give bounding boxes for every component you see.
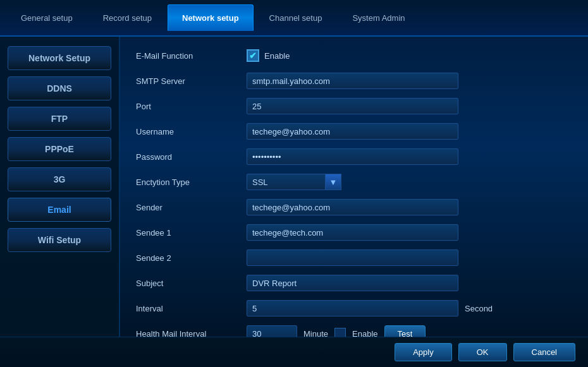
subject-input[interactable]	[247, 275, 458, 291]
sidebar-item-wifi-setup[interactable]: Wifi Setup	[8, 228, 111, 252]
encryption-label: Enctytion Type	[136, 177, 247, 187]
sendee1-input[interactable]	[247, 224, 458, 241]
sidebar-item-pppoe[interactable]: PPPoE	[8, 137, 111, 161]
sidebar-item-3g[interactable]: 3G	[8, 167, 111, 191]
enable-checkbox-area[interactable]: ✔ Enable	[247, 49, 290, 62]
tab-network-setup[interactable]: Network setup	[168, 4, 254, 31]
password-row: Password	[136, 147, 572, 166]
password-input[interactable]	[247, 148, 458, 165]
port-input[interactable]	[247, 98, 458, 114]
sender-input[interactable]	[247, 199, 458, 215]
interval-input[interactable]	[247, 300, 458, 316]
bottom-bar: Apply OK Cancel	[0, 337, 588, 367]
sender-label: Sender	[136, 203, 247, 212]
interval-value-area: Second	[247, 300, 493, 316]
tab-channel-setup[interactable]: Channel setup	[255, 4, 337, 31]
interval-label: Interval	[136, 304, 247, 313]
username-label: Username	[136, 127, 247, 136]
apply-button[interactable]: Apply	[395, 343, 452, 361]
email-function-label: E-Mail Function	[136, 51, 247, 61]
interval-unit-label: Second	[465, 304, 493, 313]
smtp-row: SMTP Server	[136, 71, 572, 90]
smtp-input[interactable]	[247, 73, 458, 89]
password-label: Password	[136, 152, 247, 162]
tab-system-admin[interactable]: System Admin	[338, 4, 419, 31]
encryption-dropdown-wrap: SSL TLS None ▼	[247, 174, 341, 190]
encryption-row: Enctytion Type SSL TLS None ▼	[136, 172, 572, 191]
sendee2-row: Sendee 2	[136, 248, 572, 267]
sendee2-input[interactable]	[247, 250, 458, 266]
sidebar-item-email[interactable]: Email	[8, 198, 111, 222]
sidebar-item-ftp[interactable]: FTP	[8, 107, 111, 131]
username-row: Username	[136, 122, 572, 141]
port-label: Port	[136, 102, 247, 111]
ok-button[interactable]: OK	[458, 343, 507, 361]
sidebar-item-ddns[interactable]: DDNS	[8, 76, 111, 100]
subject-row: Subject	[136, 274, 572, 292]
enable-label: Enable	[264, 51, 290, 61]
sendee1-row: Sendee 1	[136, 223, 572, 242]
port-row: Port	[136, 97, 572, 116]
username-input[interactable]	[247, 123, 458, 140]
encryption-select[interactable]: SSL TLS None	[247, 174, 341, 190]
tab-general-setup[interactable]: General setup	[6, 4, 87, 31]
main-layout: Network Setup DDNS FTP PPPoE 3G Email Wi…	[0, 37, 588, 367]
email-function-row: E-Mail Function ✔ Enable	[136, 46, 572, 65]
enable-checkbox[interactable]: ✔	[247, 49, 259, 62]
sendee2-label: Sendee 2	[136, 253, 247, 263]
cancel-button[interactable]: Cancel	[513, 343, 575, 361]
interval-row: Interval Second	[136, 299, 572, 318]
tab-bar: General setup Record setup Network setup…	[0, 0, 588, 37]
subject-label: Subject	[136, 279, 247, 288]
sendee1-label: Sendee 1	[136, 228, 247, 238]
smtp-label: SMTP Server	[136, 76, 247, 86]
tab-record-setup[interactable]: Record setup	[89, 4, 166, 31]
sender-row: Sender	[136, 198, 572, 217]
content-area: E-Mail Function ✔ Enable SMTP Server Por…	[120, 37, 588, 367]
sidebar-item-network-setup[interactable]: Network Setup	[8, 46, 111, 70]
sidebar: Network Setup DDNS FTP PPPoE 3G Email Wi…	[0, 37, 120, 367]
